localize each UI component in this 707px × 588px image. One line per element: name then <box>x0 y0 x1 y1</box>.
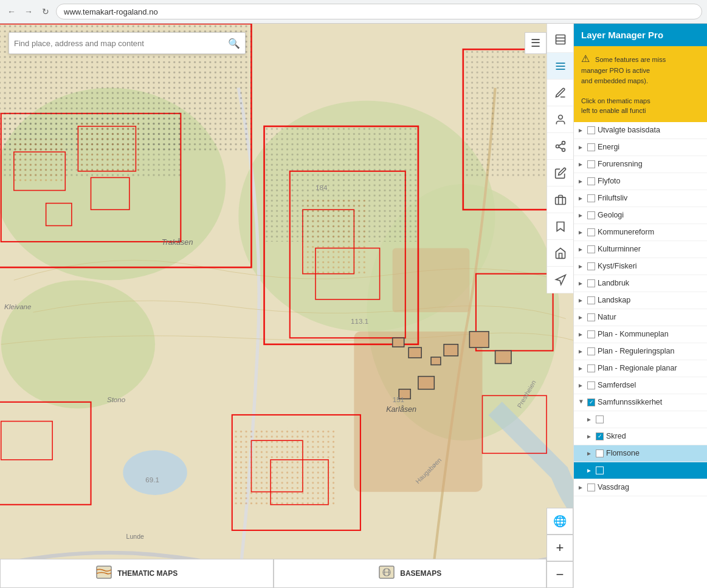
forward-button[interactable]: → <box>22 5 35 18</box>
layer-item-samferdsel[interactable]: ► Samferdsel <box>574 377 707 394</box>
checkbox-kystfiskeri[interactable] <box>587 262 595 270</box>
svg-text:184: 184 <box>316 183 328 191</box>
person-toolbar-button[interactable] <box>547 106 574 133</box>
svg-text:69.1: 69.1 <box>145 476 159 484</box>
svg-text:151: 151 <box>393 395 404 403</box>
hamburger-button[interactable]: ☰ <box>525 32 547 54</box>
layer-item-sub-empty1[interactable]: ► <box>574 411 707 428</box>
checkbox-plan-kommuneplan[interactable] <box>587 330 595 338</box>
layers-toolbar-button[interactable] <box>547 26 574 53</box>
layer-item-kystfiskeri[interactable]: ► Kyst/Fiskeri <box>574 258 707 275</box>
checkbox-natur[interactable] <box>587 313 595 321</box>
thematic-maps-icon <box>95 565 112 583</box>
right-panel: Layer Manager Pro ⚠ Some features are mi… <box>573 24 707 588</box>
draw-toolbar-button[interactable] <box>547 80 574 106</box>
svg-text:Lunde: Lunde <box>126 533 144 540</box>
checkbox-kulturminner[interactable] <box>587 245 595 253</box>
checkbox-energi[interactable] <box>587 143 595 151</box>
checkbox-geologi[interactable] <box>587 211 595 219</box>
warning-text: Some features are miss manager PRO is ac… <box>581 56 666 114</box>
checkbox-utvalgte[interactable] <box>587 126 595 134</box>
layer-label-plan-reguleringsplan: Plan - Reguleringsplan <box>598 347 702 355</box>
list-toolbar-button[interactable] <box>547 53 574 80</box>
layer-label-kystfiskeri: Kyst/Fiskeri <box>598 262 702 270</box>
globe-button[interactable]: 🌐 <box>547 508 573 535</box>
layer-label-natur: Natur <box>598 313 702 321</box>
checkbox-flomsone[interactable] <box>596 450 604 457</box>
checkbox-forurensning[interactable] <box>587 160 595 168</box>
browser-chrome: ← → ↻ <box>0 0 707 24</box>
checkbox-plan-regionale[interactable] <box>587 364 595 372</box>
layer-item-flomsone[interactable]: ► Flomsone <box>574 445 707 462</box>
share-toolbar-button[interactable] <box>547 133 574 160</box>
svg-rect-39 <box>444 344 458 356</box>
layer-item-utvalgte[interactable]: ► Utvalgte basisdata <box>574 122 707 139</box>
expand-arrow-landbruk: ► <box>578 280 585 287</box>
layer-item-geologi[interactable]: ► Geologi <box>574 207 707 224</box>
layer-item-kulturminner[interactable]: ► Kulturminner <box>574 241 707 258</box>
layer-item-energi[interactable]: ► Energi <box>574 139 707 156</box>
layer-item-samfunnssikkerhet[interactable]: ► ✓ Samfunnssikkerhet <box>574 394 707 411</box>
layer-item-blue-sub[interactable]: ► <box>574 462 707 479</box>
layer-label-friluftsliv: Friluftsliv <box>598 194 702 202</box>
map-toolbar <box>547 24 573 293</box>
layer-item-flyfoto[interactable]: ► Flyfoto <box>574 173 707 190</box>
checkbox-landbruk[interactable] <box>587 279 595 287</box>
expand-arrow-flomsone: ► <box>586 450 593 457</box>
layer-item-kommunereform[interactable]: ► Kommunereform <box>574 224 707 241</box>
layer-item-forurensning[interactable]: ► Forurensning <box>574 156 707 173</box>
map-area[interactable]: Trakåsen Karlåsen Kleivane Stono Lunde 1… <box>0 24 573 588</box>
zoom-in-button[interactable]: + <box>547 535 573 561</box>
search-input[interactable] <box>14 39 228 48</box>
checkbox-samferdsel[interactable] <box>587 381 595 389</box>
expand-arrow-samfunnssikkerhet: ► <box>578 398 585 406</box>
svg-text:113.1: 113.1 <box>351 317 368 325</box>
expand-arrow-kulturminner: ► <box>578 246 585 253</box>
checkbox-kommunereform[interactable] <box>587 228 595 236</box>
checkbox-blue-sub[interactable] <box>596 467 604 474</box>
svg-rect-67 <box>555 197 565 204</box>
svg-point-7 <box>123 450 187 495</box>
layer-label-samfunnssikkerhet: Samfunnssikkerhet <box>598 398 702 406</box>
layer-item-plan-reguleringsplan[interactable]: ► Plan - Reguleringsplan <box>574 343 707 360</box>
suitcase-toolbar-button[interactable] <box>547 186 574 213</box>
zoom-out-button[interactable]: − <box>547 561 573 588</box>
back-button[interactable]: ← <box>5 5 18 18</box>
layer-item-landbruk[interactable]: ► Landbruk <box>574 275 707 292</box>
layer-label-skred: Skred <box>606 432 702 440</box>
address-bar[interactable] <box>56 4 702 19</box>
checkbox-flyfoto[interactable] <box>587 177 595 185</box>
basemaps-button[interactable]: BASEMAPS <box>274 559 547 588</box>
svg-rect-6 <box>393 248 470 312</box>
svg-text:Karlåsen: Karlåsen <box>386 405 416 414</box>
checkbox-friluftsliv[interactable] <box>587 194 595 202</box>
checkbox-sub-empty1[interactable] <box>596 415 604 423</box>
thematic-maps-label: THEMATIC MAPS <box>117 569 178 578</box>
navigate-toolbar-button[interactable] <box>547 267 574 293</box>
bookmark-toolbar-button[interactable] <box>547 213 574 240</box>
expand-arrow-sub-empty1: ► <box>586 416 593 423</box>
expand-arrow-kommunereform: ► <box>578 229 585 236</box>
layer-item-skred[interactable]: ► ✓ Skred <box>574 428 707 445</box>
layer-item-friluftsliv[interactable]: ► Friluftsliv <box>574 190 707 207</box>
layer-item-plan-regionale[interactable]: ► Plan - Regionale planar <box>574 360 707 377</box>
layer-item-vassdrag[interactable]: ► Vassdrag <box>574 479 707 496</box>
basemaps-icon <box>378 565 395 583</box>
checkbox-landskap[interactable] <box>587 296 595 304</box>
home-toolbar-button[interactable] <box>547 240 574 267</box>
layer-item-plan-kommuneplan[interactable]: ► Plan - Kommuneplan <box>574 326 707 343</box>
edit-toolbar-button[interactable] <box>547 160 574 186</box>
layer-item-landskap[interactable]: ► Landskap <box>574 292 707 309</box>
checkbox-samfunnssikkerhet[interactable]: ✓ <box>587 398 595 406</box>
reload-button[interactable]: ↻ <box>39 5 52 18</box>
layer-item-natur[interactable]: ► Natur <box>574 309 707 326</box>
search-icon[interactable]: 🔍 <box>228 38 240 49</box>
thematic-maps-button[interactable]: THEMATIC MAPS <box>0 559 274 588</box>
svg-point-63 <box>556 145 559 148</box>
warning-icon: ⚠ <box>581 53 590 64</box>
checkbox-plan-reguleringsplan[interactable] <box>587 347 595 355</box>
svg-rect-32 <box>303 197 367 274</box>
checkbox-skred[interactable]: ✓ <box>596 432 604 440</box>
bottom-bar: THEMATIC MAPS BASEMAPS <box>0 559 547 588</box>
checkbox-vassdrag[interactable] <box>587 484 595 491</box>
